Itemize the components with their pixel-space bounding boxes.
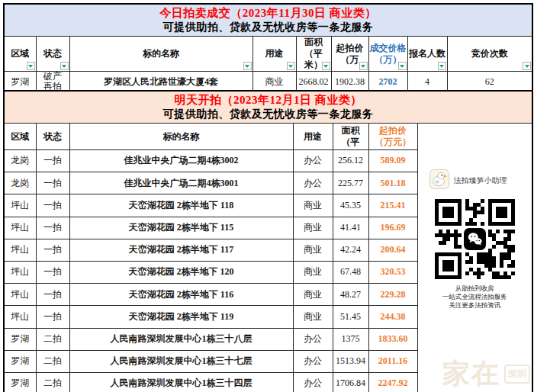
cell: 48.27	[333, 284, 368, 306]
tomorrow-column-header-1: 状态	[36, 124, 69, 150]
cell: 人民南路深圳发展中心1栋三十七层	[69, 350, 293, 372]
cell: 商业	[293, 284, 333, 306]
cell: 一拍	[36, 194, 69, 217]
cell: 佳兆业中央广场二期4栋3002	[69, 150, 293, 172]
tomorrow-column-header-0: 区域	[4, 124, 36, 150]
filter-dropdown-button[interactable]	[523, 62, 531, 70]
cell: 244.38	[368, 306, 417, 328]
today-title: 今日拍卖成交（2023年11月30日 商业类）	[5, 6, 532, 21]
cell: 佳兆业中央广场二期4栋3001	[69, 172, 293, 194]
cell: 二拍	[36, 350, 69, 372]
qr-finder-center	[496, 207, 507, 218]
filter-arrow-icon	[323, 65, 328, 68]
cell: 256.12	[333, 150, 368, 172]
cell: 坪山	[4, 261, 36, 283]
cell: 人民南路深圳发展中心1栋三十八层	[69, 328, 293, 350]
cell: 200.64	[368, 239, 417, 261]
cell: 一拍	[36, 150, 69, 172]
qr-caption-line: 从助拍到收房	[442, 284, 507, 293]
tomorrow-column-header-3: 用途	[293, 124, 333, 150]
cell: 67.48	[333, 261, 368, 283]
today-column-header-2: 标的名称	[69, 37, 253, 72]
qr-finder-square	[435, 252, 462, 279]
column-header-label: 用途	[304, 131, 322, 143]
cell: 1833.60	[368, 328, 417, 350]
today-column-header-5: 起拍价 （万	[331, 37, 368, 72]
cell: 二拍	[36, 328, 69, 350]
filter-dropdown-button[interactable]	[243, 62, 252, 70]
filter-dropdown-button[interactable]	[359, 62, 368, 70]
filter-dropdown-button[interactable]	[287, 62, 295, 70]
cell: 41.41	[333, 217, 368, 239]
cell: 1513.94	[333, 350, 368, 372]
tomorrow-column-header-5: 起拍价 （万元）	[368, 124, 417, 150]
wechat-qr-code	[435, 199, 515, 279]
cell: 一拍	[36, 217, 69, 239]
cell: 人民南路深圳发展中心1栋三十四层	[69, 372, 293, 392]
today-column-header-6: 成交价格 （万）	[368, 37, 407, 72]
cell: 45.35	[333, 194, 368, 217]
cell: 215.41	[368, 194, 417, 217]
tomorrow-column-header-2: 标的名称	[69, 124, 293, 150]
today-column-header-1: 状态	[36, 37, 69, 72]
cell: 坪山	[4, 217, 36, 239]
cell: 1706.84	[333, 372, 368, 392]
assistant-row: 法拍臻笋小助理	[429, 169, 507, 192]
qr-finder-square	[488, 199, 515, 226]
cell: 320.53	[368, 261, 417, 283]
qr-panel-cell: 法拍臻笋小助理从助拍到收房一站式全流程法拍服务关注更多法拍资讯	[417, 124, 532, 392]
column-header-label: 起拍价 （万元）	[375, 125, 411, 148]
cell: 229.28	[368, 284, 417, 306]
cell: 商业	[293, 194, 333, 217]
filter-arrow-icon	[400, 65, 404, 68]
tomorrow-title-cell: 明天开拍（2023年12月1日 商业类）可提供助拍、贷款及无忧收房等一条龙服务	[4, 91, 532, 124]
wechat-icon	[464, 228, 486, 250]
column-header-label: 状态	[43, 131, 62, 143]
today-column-header-0: 区域	[4, 37, 36, 72]
column-header-label: 标的名称	[143, 48, 179, 59]
cell: 坪山	[4, 284, 36, 306]
cell: 商业	[293, 217, 333, 239]
column-header-label: 报名人数	[409, 48, 446, 59]
qr-finder-square	[435, 199, 462, 226]
cell: 天峦湖花园 2栋半地下 120	[69, 261, 293, 283]
filter-arrow-icon	[361, 65, 365, 68]
today-sold-table: 今日拍卖成交（2023年11月30日 商业类）可提供助拍、贷款及无忧收房等一条龙…	[3, 3, 533, 94]
column-header-label: 状态	[43, 48, 62, 59]
cell: 办公	[293, 150, 333, 172]
filter-dropdown-button[interactable]	[322, 62, 330, 70]
cell: 坪山	[4, 194, 36, 217]
cell: 坪山	[4, 306, 36, 328]
filter-arrow-icon	[439, 65, 444, 68]
filter-arrow-icon	[62, 65, 66, 68]
cell: 天峦湖花园 2栋半地下 119	[69, 306, 293, 328]
tomorrow-title-band: 明天开拍（2023年12月1日 商业类）可提供助拍、贷款及无忧收房等一条龙服务	[4, 91, 532, 124]
cell: 天峦湖花园 2栋半地下 116	[69, 284, 293, 306]
cell: 办公	[293, 372, 333, 392]
cell: 办公	[293, 350, 333, 372]
qr-finder-center	[442, 207, 454, 218]
tomorrow-title: 明天开拍（2023年12月1日 商业类）	[5, 93, 532, 108]
filter-dropdown-button[interactable]	[438, 62, 446, 70]
filter-dropdown-button[interactable]	[27, 62, 35, 70]
column-header-label: 标的名称	[163, 131, 200, 143]
today-column-header-7: 报名人数	[407, 37, 447, 72]
qr-caption-line: 关注更多法拍资讯	[442, 301, 507, 310]
qr-panel: 法拍臻笋小助理从助拍到收房一站式全流程法拍服务关注更多法拍资讯	[419, 124, 532, 310]
cell: 一拍	[36, 284, 69, 306]
tomorrow-column-header-4: 面积 （平	[333, 124, 368, 150]
cell: 坪山	[4, 239, 36, 261]
column-header-label: 面积 （平	[342, 125, 360, 148]
cell: 一拍	[36, 239, 69, 261]
tomorrow-auction-table: 明天开拍（2023年12月1日 商业类）可提供助拍、贷款及无忧收房等一条龙服务区…	[3, 90, 533, 392]
cell: 2247.92	[368, 372, 417, 392]
qr-caption: 从助拍到收房一站式全流程法拍服务关注更多法拍资讯	[442, 284, 507, 310]
column-header-label: 区域	[11, 48, 29, 59]
cell: 罗湖	[4, 328, 36, 350]
cell: 天峦湖花园 2栋半地下 117	[69, 239, 293, 261]
cell: 1375	[333, 328, 368, 350]
filter-dropdown-button[interactable]	[398, 62, 407, 70]
filter-dropdown-button[interactable]	[60, 62, 69, 70]
cell: 罗湖	[4, 350, 36, 372]
today-column-header-8: 竞价次数	[447, 37, 532, 72]
